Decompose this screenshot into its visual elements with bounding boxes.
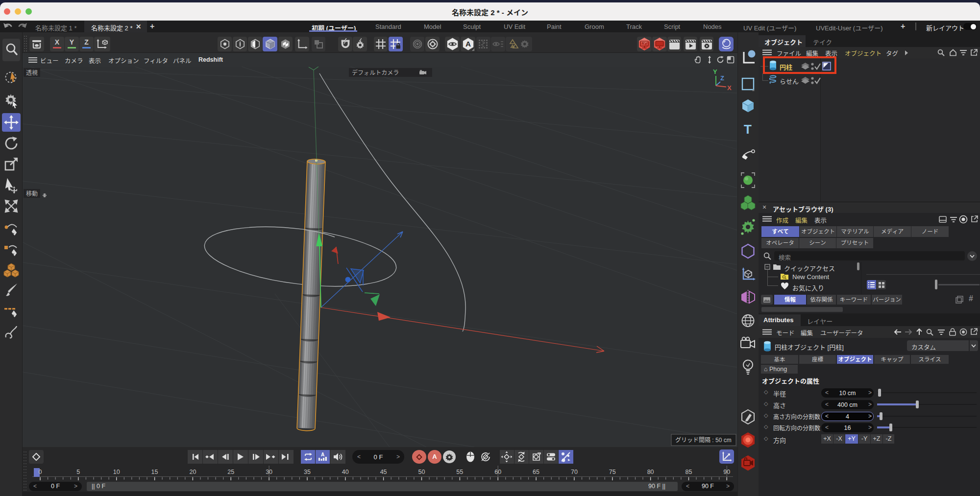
svg-text:60: 60 — [494, 469, 501, 475]
svg-text:T: T — [744, 122, 752, 137]
svg-text:X: X — [727, 84, 732, 92]
svg-text:20: 20 — [189, 469, 196, 475]
svg-text:90: 90 — [723, 469, 730, 475]
svg-text:25: 25 — [227, 469, 234, 475]
svg-text:35: 35 — [304, 469, 311, 475]
svg-text:RV: RV — [641, 41, 647, 46]
svg-text:80: 80 — [647, 469, 654, 475]
svg-text:30: 30 — [266, 469, 272, 475]
svg-text:55: 55 — [456, 469, 463, 475]
svg-text:75: 75 — [609, 469, 616, 475]
svg-text:85: 85 — [685, 469, 692, 475]
svg-text:10: 10 — [113, 469, 120, 475]
svg-text:移動: 移動 — [26, 190, 38, 197]
svg-text:0: 0 — [39, 469, 42, 475]
svg-text:5: 5 — [76, 469, 80, 475]
svg-text:グリッド間隔 : 50 cm: グリッド間隔 : 50 cm — [675, 437, 732, 444]
svg-text:50: 50 — [418, 469, 425, 475]
svg-text:透視: 透視 — [26, 70, 38, 76]
svg-text:デフォルトカメラ: デフォルトカメラ — [352, 69, 399, 76]
svg-text:65: 65 — [533, 469, 539, 475]
svg-text:45: 45 — [380, 469, 387, 475]
svg-text:Z: Z — [720, 74, 724, 82]
svg-text:15: 15 — [151, 469, 158, 475]
svg-text:Y: Y — [713, 68, 717, 75]
svg-text:70: 70 — [571, 469, 578, 475]
svg-text:40: 40 — [342, 469, 349, 475]
